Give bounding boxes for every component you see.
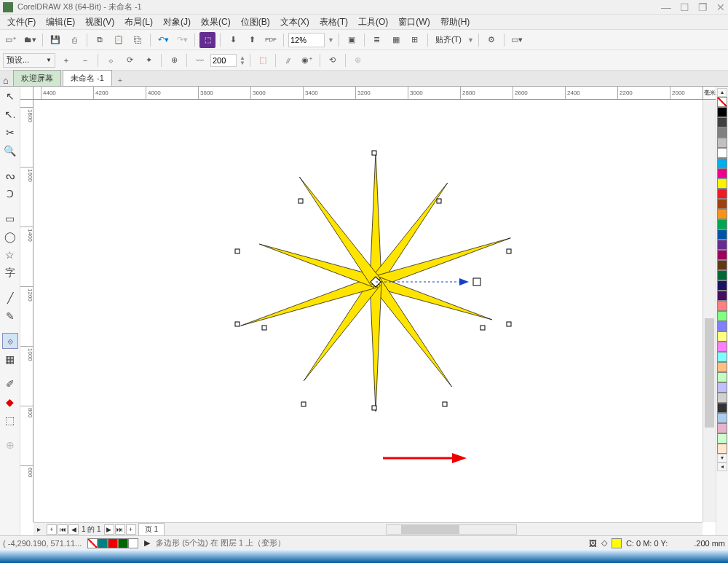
connector-tool[interactable]: ✎ (2, 308, 18, 324)
new-button[interactable]: ▭⁺ (3, 32, 19, 48)
copy-button[interactable]: ⧉ (92, 32, 108, 48)
fill-tool[interactable]: ◆ (2, 394, 18, 410)
convert-button[interactable]: ⟲ (325, 52, 341, 68)
view1-button[interactable]: ≣ (369, 32, 385, 48)
export-button[interactable]: ⬆ (244, 32, 260, 48)
duplicate-button[interactable]: ⿻ (130, 32, 146, 48)
color-swatch[interactable] (717, 403, 727, 413)
prev-button[interactable]: ◀ (68, 524, 79, 535)
menu-B[interactable]: 位图(B) (237, 15, 274, 30)
color-swatch[interactable] (717, 321, 727, 331)
options-button[interactable]: ⚙ (483, 32, 499, 48)
smooth-button[interactable]: ⫽ (280, 52, 296, 68)
polygon-tool[interactable]: ☆ (2, 247, 18, 263)
menu-T[interactable]: 表格(T) (315, 15, 352, 30)
snap-dropdown-icon[interactable]: ▼ (467, 36, 474, 44)
color-swatch[interactable] (717, 362, 727, 372)
menu-C[interactable]: 效果(C) (197, 15, 235, 30)
undo-button[interactable]: ↶▾ (155, 32, 171, 48)
tab-document[interactable]: 未命名 -1 (63, 70, 112, 86)
close-button[interactable]: ✕ (716, 1, 725, 13)
view3-button[interactable]: ⊞ (407, 32, 423, 48)
menu-E[interactable]: 编辑(E) (41, 15, 79, 30)
freehand-tool[interactable]: ᔓ (2, 168, 18, 184)
palette-up-button[interactable]: ▴ (717, 88, 727, 97)
canvas[interactable] (33, 100, 703, 522)
clear-button[interactable]: ⊕ (350, 52, 366, 68)
shape-tool[interactable]: ↖. (2, 106, 18, 122)
color-swatch[interactable] (717, 209, 727, 219)
view2-button[interactable]: ▦ (388, 32, 404, 48)
color-swatch[interactable] (717, 117, 727, 127)
color-swatch[interactable] (717, 311, 727, 321)
preset-combo[interactable]: 预设...▼ (3, 53, 55, 68)
color-swatch[interactable] (717, 199, 727, 209)
first-page-button[interactable]: + (47, 524, 57, 535)
local-button[interactable]: ◉⁺ (299, 52, 315, 68)
import-button[interactable]: ⬇ (225, 32, 241, 48)
color-swatch[interactable] (717, 148, 727, 158)
transparency-tool[interactable]: ▦ (2, 351, 18, 367)
search-button[interactable]: ⬚ (199, 32, 215, 48)
print-button[interactable]: ⎙ (66, 32, 82, 48)
last-page-button[interactable]: + (126, 524, 136, 535)
color-swatch[interactable] (717, 301, 727, 311)
color-swatch[interactable] (717, 127, 727, 138)
zoom-input[interactable] (288, 33, 325, 47)
color-swatch[interactable] (717, 382, 727, 393)
tab-welcome[interactable]: 欢迎屏幕 (13, 70, 61, 86)
menu-X[interactable]: 文本(X) (276, 15, 314, 30)
color-swatch[interactable] (717, 342, 727, 352)
distort-push-button[interactable]: ⟐ (103, 52, 119, 68)
menu-F[interactable]: 文件(F) (3, 15, 40, 30)
color-swatch[interactable] (717, 158, 727, 168)
center-distort-button[interactable]: ⊕ (166, 52, 182, 68)
home-icon[interactable]: ⌂ (3, 75, 9, 86)
amplitude-input[interactable] (210, 54, 237, 67)
color-swatch[interactable] (717, 270, 727, 280)
palette-down-button[interactable]: ▾ (717, 454, 727, 462)
snap-label[interactable]: 贴齐(T) (432, 34, 464, 45)
menu-J[interactable]: 对象(J) (159, 15, 195, 30)
random-button[interactable]: ⬚ (255, 52, 271, 68)
menu-H[interactable]: 帮助(H) (436, 15, 475, 30)
distort-zipper-button[interactable]: ⟳ (122, 52, 138, 68)
ruler-corner[interactable] (20, 87, 33, 100)
save-button[interactable]: 💾 (47, 32, 63, 48)
more-tool[interactable]: ⊕ (2, 437, 18, 453)
new-tab-button[interactable]: + (114, 74, 127, 86)
hint-icon[interactable]: ▸ (33, 525, 44, 533)
crop-tool[interactable]: ✂ (2, 125, 18, 141)
dimension-tool[interactable]: ╱ (2, 290, 18, 306)
palette-expand-button[interactable]: ◂ (717, 462, 727, 471)
color-swatch[interactable] (717, 219, 727, 229)
distort-tool[interactable]: ⟐ (2, 333, 18, 349)
amp-down[interactable]: ▼ (240, 60, 245, 66)
menu-W[interactable]: 窗口(W) (394, 15, 434, 30)
color-swatch[interactable] (717, 260, 727, 270)
add-preset-button[interactable]: + (58, 52, 74, 68)
color-swatch[interactable] (717, 280, 727, 291)
paste-button[interactable]: 📋 (111, 32, 127, 48)
next-page-button[interactable]: ⏭ (115, 524, 125, 535)
color-swatch[interactable] (717, 138, 727, 148)
color-swatch[interactable] (717, 240, 727, 250)
eyedropper-tool[interactable]: ✐ (2, 376, 18, 392)
redo-button[interactable]: ↷▾ (174, 32, 190, 48)
no-fill-swatch[interactable] (717, 97, 727, 107)
color-swatch[interactable] (717, 423, 727, 433)
next-button[interactable]: ▶ (104, 524, 114, 535)
pdf-button[interactable]: PDF (263, 32, 279, 48)
color-swatch[interactable] (717, 352, 727, 362)
ellipse-tool[interactable]: ◯ (2, 229, 18, 245)
pick-tool[interactable]: ↖ (2, 88, 18, 104)
remove-preset-button[interactable]: − (77, 52, 93, 68)
zoom-tool[interactable]: 🔍 (2, 143, 18, 159)
maximize-button[interactable]: ☐ (680, 1, 689, 13)
fill-swatch[interactable] (612, 538, 622, 548)
menu-O[interactable]: 工具(O) (354, 15, 392, 30)
vertical-scrollbar[interactable] (703, 100, 716, 522)
fullscreen-button[interactable]: ▣ (344, 32, 360, 48)
distort-twister-button[interactable]: ✦ (141, 52, 157, 68)
menu-L[interactable]: 布局(L) (120, 15, 157, 30)
